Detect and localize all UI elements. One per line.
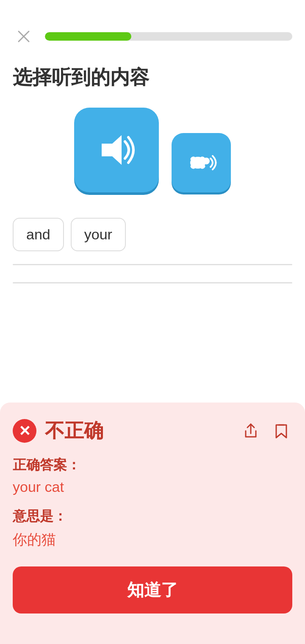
correct-answer-value: your cat <box>13 479 292 495</box>
feedback-actions <box>240 420 292 442</box>
answer-line-2 <box>13 282 292 283</box>
correct-answer-label: 正确答案： <box>13 456 292 475</box>
header <box>0 0 305 56</box>
slow-speed-audio-button[interactable] <box>172 133 231 192</box>
word-choices-area: and your <box>0 209 305 255</box>
close-icon <box>16 29 31 44</box>
feedback-title-row: ✕ 不正确 <box>13 418 103 444</box>
answer-lines <box>0 255 305 309</box>
meaning-label: 意思是： <box>13 507 292 526</box>
meaning-value: 你的猫 <box>13 530 292 550</box>
bookmark-button[interactable] <box>270 420 292 442</box>
feedback-title: 不正确 <box>45 418 103 444</box>
normal-speed-audio-button[interactable] <box>74 108 159 192</box>
error-icon: ✕ <box>13 419 36 443</box>
answer-line-1 <box>13 264 292 265</box>
got-it-button[interactable]: 知道了 <box>13 566 292 613</box>
progress-bar <box>45 32 292 41</box>
progress-bar-fill <box>45 32 131 41</box>
feedback-header: ✕ 不正确 <box>13 418 292 444</box>
speaker-icon <box>95 129 138 171</box>
word-chip-and[interactable]: and <box>13 218 64 251</box>
svg-marker-2 <box>102 135 122 165</box>
share-button[interactable] <box>240 420 262 442</box>
error-x-mark: ✕ <box>19 424 30 438</box>
close-button[interactable] <box>13 25 35 47</box>
word-chip-your[interactable]: your <box>71 218 126 251</box>
page-title: 选择听到的内容 <box>0 56 305 103</box>
turtle-speaker-icon <box>185 147 217 179</box>
bookmark-icon <box>272 422 291 440</box>
audio-buttons-area <box>0 103 305 209</box>
feedback-panel: ✕ 不正确 正确答案： your cat 意思是： 你的猫 <box>0 402 305 644</box>
share-icon <box>241 422 260 440</box>
